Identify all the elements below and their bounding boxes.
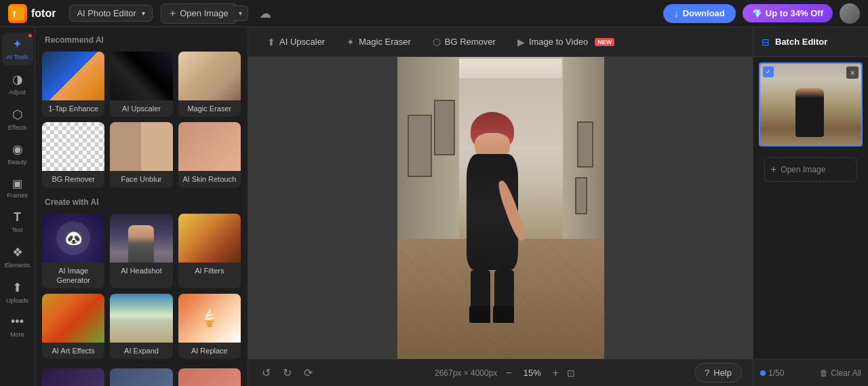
face-unblur-thumbnail [110, 122, 172, 171]
uploads-icon: ⬆ [12, 280, 22, 295]
batch-editor-icon: ⊟ [762, 37, 770, 47]
more-icon: ••• [11, 315, 24, 329]
sidebar-item-adjust[interactable]: ◑ Adjust [2, 68, 33, 100]
open-image-split-button[interactable]: ▾ [233, 5, 248, 21]
ai-upscaler-thumbnail [110, 52, 172, 100]
canvas-nav: ↺ ↻ ⟳ [259, 364, 315, 382]
beauty-icon: ◉ [12, 142, 23, 157]
sidebar-item-uploads[interactable]: ⬆ Uploads [2, 276, 33, 309]
canvas-ai-upscaler-button[interactable]: ⬆ AI Upscaler [259, 33, 333, 52]
recommend-ai-title: Recommend AI [42, 35, 241, 45]
canvas-image-to-video-button[interactable]: ▶ Image to Video NEW [509, 33, 623, 52]
main-canvas-image [397, 57, 604, 359]
canvas-bottom-bar: ↺ ↻ ⟳ 2667px × 4000px − 15% + ⊡ ? Help [248, 359, 753, 386]
ai-tool-replace[interactable]: 🍦 AI Replace [178, 294, 241, 359]
ai-tool-upscaler[interactable]: AI Upscaler [110, 52, 172, 117]
ai-art-effects-thumbnail [42, 294, 104, 343]
person-container [455, 112, 534, 323]
ai-tool-scroll1[interactable] [42, 368, 104, 386]
1-tap-enhance-thumbnail [42, 52, 104, 100]
ai-filters-thumbnail [178, 214, 241, 263]
sidebar-item-frames[interactable]: ▣ Frames [2, 173, 33, 204]
logo-area[interactable]: f fotor [8, 4, 56, 23]
scroll2-thumbnail [110, 368, 172, 386]
zoom-out-button[interactable]: − [501, 366, 515, 381]
redo-button[interactable]: ↻ [280, 364, 294, 382]
open-image-row[interactable]: + Open Image [764, 157, 857, 182]
frame-2 [434, 100, 455, 155]
bg-remover-thumbnail [42, 122, 104, 171]
mode-label: AI Photo Editor [77, 8, 136, 18]
refresh-button[interactable]: ⟳ [301, 364, 315, 382]
ai-dot-indicator [28, 34, 32, 37]
sidebar-item-elements[interactable]: ❖ Elements [2, 241, 33, 273]
new-badge: NEW [595, 38, 614, 46]
mode-selector[interactable]: AI Photo Editor ▾ [69, 5, 152, 22]
effects-icon: ⬡ [12, 107, 23, 122]
ai-image-generator-thumbnail: 🐼 [42, 214, 104, 263]
ai-tool-expand[interactable]: AI Expand [110, 294, 172, 359]
image-dimensions: 2667px × 4000px [435, 368, 497, 378]
batch-images-area: ✓ ✕ + Open Image [753, 57, 868, 359]
user-avatar[interactable] [840, 3, 860, 24]
adjust-icon: ◑ [12, 72, 23, 87]
sidebar-item-text[interactable]: T Text [2, 206, 33, 238]
sidebar-item-beauty[interactable]: ◉ Beauty [2, 138, 33, 170]
page-dot [760, 370, 766, 376]
batch-editor-header: ⊟ Batch Editor [753, 27, 868, 57]
ai-tool-scroll3[interactable] [178, 368, 241, 386]
canvas-area: ⬆ AI Upscaler ✦ Magic Eraser ⬡ BG Remove… [248, 27, 753, 386]
ai-headshot-thumbnail [110, 214, 172, 263]
sidebar-item-more[interactable]: ••• More [2, 311, 33, 343]
expand-canvas-button[interactable]: ⊡ [567, 368, 575, 379]
ai-tool-1-tap-enhance[interactable]: 1-Tap Enhance [42, 52, 104, 117]
page-number: 1/50 [768, 368, 784, 378]
batch-image-item-1[interactable]: ✓ ✕ [759, 62, 863, 147]
undo-button[interactable]: ↺ [259, 364, 273, 382]
zoom-controls: 2667px × 4000px − 15% + ⊡ [435, 366, 575, 381]
ai-tool-headshot[interactable]: AI Headshot [110, 214, 172, 289]
batch-editor-footer: 1/50 🗑 Clear All [753, 359, 868, 386]
ai-tool-magic-eraser[interactable]: Magic Eraser [178, 52, 241, 117]
clear-all-button[interactable]: 🗑 Clear All [820, 368, 861, 378]
image-to-video-icon: ▶ [517, 37, 525, 47]
upgrade-button[interactable]: 💎 Up to 34% Off [743, 4, 833, 22]
sidebar-item-ai-tools[interactable]: ✦ AI Tools [2, 33, 33, 65]
app-name: fotor [31, 7, 56, 20]
magic-eraser-thumbnail [178, 52, 241, 100]
zoom-level: 15% [520, 368, 545, 378]
canvas-magic-eraser-button[interactable]: ✦ Magic Eraser [338, 33, 419, 52]
ai-tool-filters[interactable]: AI Filters [178, 214, 241, 289]
open-image-plus-icon: + [770, 163, 776, 176]
frame-4 [575, 177, 587, 214]
ai-tool-scroll2[interactable] [110, 368, 172, 386]
ai-tool-skin-retouch[interactable]: AI Skin Retouch [178, 122, 241, 187]
ai-tool-face-unblur[interactable]: Face Unblur [110, 122, 172, 187]
frame-3 [577, 121, 593, 168]
scroll-items-grid [42, 368, 241, 386]
help-button[interactable]: ? Help [694, 363, 742, 383]
cloud-button[interactable]: ☁ [259, 6, 271, 21]
page-indicator: 1/50 [760, 368, 784, 378]
ai-tool-art-effects[interactable]: AI Art Effects [42, 294, 104, 359]
batch-delete-button[interactable]: ✕ [846, 66, 859, 79]
download-button[interactable]: Download [663, 4, 736, 23]
clear-all-icon: 🗑 [820, 368, 828, 378]
canvas-toolbar: ⬆ AI Upscaler ✦ Magic Eraser ⬡ BG Remove… [248, 27, 753, 57]
sidebar-item-effects[interactable]: ⬡ Effects [2, 103, 33, 136]
create-with-ai-title: Create with AI [42, 197, 241, 207]
elements-icon: ❖ [12, 245, 23, 260]
zoom-in-button[interactable]: + [549, 366, 563, 381]
canvas-bg-remover-button[interactable]: ⬡ BG Remover [425, 33, 504, 52]
open-image-button[interactable]: + Open Image [161, 3, 237, 24]
canvas-content [248, 57, 753, 359]
frames-icon: ▣ [12, 177, 22, 190]
ai-tool-image-generator[interactable]: 🐼 AI Image Generator [42, 214, 104, 289]
open-image-area: + Open Image [759, 152, 863, 187]
ai-tool-bg-remover[interactable]: BG Remover [42, 122, 104, 187]
batch-editor-title: Batch Editor [775, 37, 827, 47]
tools-sidebar: ✦ AI Tools ◑ Adjust ⬡ Effects ◉ Beauty ▣… [0, 27, 35, 386]
topbar: f fotor AI Photo Editor ▾ + Open Image ▾… [0, 0, 868, 27]
magic-eraser-icon: ✦ [347, 37, 355, 47]
scroll1-thumbnail [42, 368, 104, 386]
